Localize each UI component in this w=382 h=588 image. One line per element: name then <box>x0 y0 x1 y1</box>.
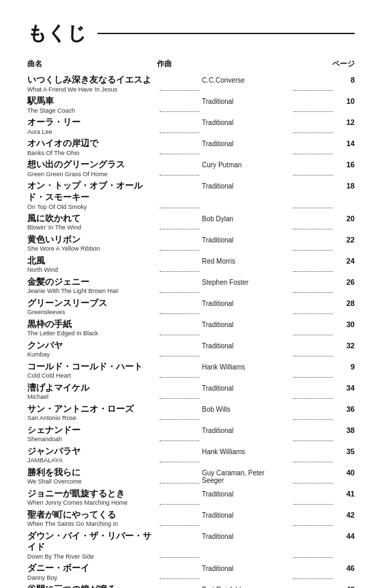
item-page: 40 <box>336 468 355 477</box>
item-title-jp: ジャンバラヤ <box>27 446 153 458</box>
item-title-en: We Shall Overcome <box>27 478 153 486</box>
item-titles: 漕げよマイケル Michael <box>27 382 157 402</box>
item-page: 20 <box>336 214 355 223</box>
item-title-jp: ダニー・ボーイ <box>27 563 153 574</box>
item-title-jp: 勝利を我らに <box>27 467 153 479</box>
dots-left <box>160 208 199 208</box>
item-composer: Traditional <box>202 512 291 519</box>
item-title-en: The Stage Coach <box>27 107 153 115</box>
dots-left <box>160 356 199 356</box>
item-titles: 勝利を我らに We Shall Overcome <box>27 467 157 486</box>
item-titles: 金髪のジェニー Jeanie With The Light Brown Hair <box>27 277 157 296</box>
column-headers: 曲名 作曲 ページ <box>27 59 355 70</box>
dots-left <box>160 419 199 420</box>
dots-left <box>160 90 199 91</box>
item-title-en: Kumbay <box>27 351 153 359</box>
item-page: 46 <box>336 564 355 572</box>
item-titles: 風に吹かれて Blowin' In The Wind <box>27 213 157 232</box>
dots-right <box>293 154 333 154</box>
item-titles: クンバヤ Kumbay <box>27 340 157 359</box>
item-page: 18 <box>336 182 355 190</box>
item-titles: オハイオの岸辺で Banks Of The Ohio <box>27 138 157 157</box>
dots-left <box>160 462 199 462</box>
item-title-en: When The Saints Go Marching In <box>27 520 153 528</box>
dots-left <box>160 250 199 251</box>
item-composer: Traditional <box>202 342 291 350</box>
col-header-composer: 作曲 <box>157 59 327 69</box>
item-titles: ダウン・バイ・ザ・リバー・サイド Down By The River Side <box>27 531 157 561</box>
dots-left <box>160 313 199 314</box>
dots-right <box>293 356 333 356</box>
dots-right <box>293 175 333 176</box>
item-title-jp: 北風 <box>27 255 153 267</box>
dots-right <box>293 483 333 484</box>
dots-left <box>160 111 199 112</box>
header-divider <box>98 33 355 34</box>
item-composer: Hank Williams <box>202 363 291 371</box>
dots-left <box>160 229 199 229</box>
toc-row: ジャンバラヤ JAMBALAYA Hank Williams 35 <box>27 446 355 465</box>
item-composer: Traditional <box>202 300 291 307</box>
item-page: 38 <box>336 426 355 434</box>
item-page: 30 <box>336 320 355 328</box>
dots-right <box>293 525 333 526</box>
dots-right <box>293 90 333 91</box>
dots-left <box>160 557 199 558</box>
item-page: 26 <box>336 278 355 286</box>
item-title-jp: オハイオの岸辺で <box>27 138 153 150</box>
item-title-jp: 想い出のグリーングラス <box>27 159 153 171</box>
item-page: 41 <box>336 490 355 498</box>
dots-right <box>293 557 333 558</box>
dots-right <box>293 111 333 112</box>
item-composer: Traditional <box>202 140 291 148</box>
item-titles: 聖者が町にやってくる When The Saints Go Marching I… <box>27 509 157 529</box>
dots-right <box>293 419 333 420</box>
item-composer: Traditional <box>202 533 291 540</box>
toc-row: 風に吹かれて Blowin' In The Wind Bob Dylan 20 <box>27 213 355 232</box>
item-titles: サン・アントニオ・ローズ San Antonio Rose <box>27 404 157 423</box>
item-title-en: JAMBALAYA <box>27 457 153 464</box>
item-titles: コールド・コールド・ハート Cold Cold Heart <box>27 361 157 380</box>
item-title-jp: 黄色いリボン <box>27 234 153 246</box>
item-title-jp: ダウン・バイ・ザ・リバー・サイド <box>27 531 153 554</box>
item-title-jp: 風に吹かれて <box>27 213 153 225</box>
toc-row: 勝利を我らに We Shall Overcome Guy Caraman, Pe… <box>27 467 355 486</box>
toc-row: 聖者が町にやってくる When The Saints Go Marching I… <box>27 509 355 529</box>
item-page: 8 <box>336 76 355 84</box>
item-composer: Traditional <box>202 98 291 105</box>
item-title-en: When Jonny Comes Marching Home <box>27 499 153 507</box>
toc-row: いつくしみ深き友なるイエスよ What A Friend We Have In … <box>27 74 355 94</box>
item-title-jp: 谷間に三つの鐘が鳴る <box>27 584 153 588</box>
item-composer: Bob Wills <box>202 406 291 413</box>
toc-row: オハイオの岸辺で Banks Of The Ohio Traditional 1… <box>27 138 355 157</box>
toc-row: 金髪のジェニー Jeanie With The Light Brown Hair… <box>27 277 355 296</box>
item-composer: Red Morris <box>202 257 291 265</box>
page-title: もくじ <box>27 20 87 46</box>
dots-left <box>160 483 199 484</box>
item-page: 32 <box>336 341 355 350</box>
dots-right <box>293 229 333 229</box>
toc-row: ジョニーが凱旋するとき When Jonny Comes Marching Ho… <box>27 488 355 507</box>
item-titles: 駅馬車 The Stage Coach <box>27 96 157 115</box>
item-titles: ダニー・ボーイ Danny Boy <box>27 563 157 582</box>
item-page: 10 <box>336 97 355 105</box>
dots-left <box>160 292 199 293</box>
item-page: 48 <box>336 585 355 588</box>
item-title-en: Danny Boy <box>27 574 153 582</box>
col-header-title: 曲名 <box>27 59 157 69</box>
item-title-jp: 金髪のジェニー <box>27 277 153 288</box>
dots-right <box>293 208 333 208</box>
item-composer: Traditional <box>202 427 291 434</box>
item-title-en: Blowin' In The Wind <box>27 224 153 232</box>
item-page: 35 <box>336 447 355 456</box>
item-title-en: Down By The River Side <box>27 553 153 561</box>
item-title-en: Banks Of The Ohio <box>27 150 153 157</box>
dots-right <box>293 250 333 251</box>
item-composer: Guy Caraman, Peter Seeger <box>202 469 291 484</box>
dots-right <box>293 398 333 399</box>
item-titles: 黒枠の手紙 The Letter Edged In Black <box>27 319 157 338</box>
item-page: 34 <box>336 384 355 392</box>
dots-left <box>160 271 199 272</box>
item-title-jp: 駅馬車 <box>27 96 153 107</box>
item-title-en: On Top Of Old Smoky <box>27 204 153 211</box>
